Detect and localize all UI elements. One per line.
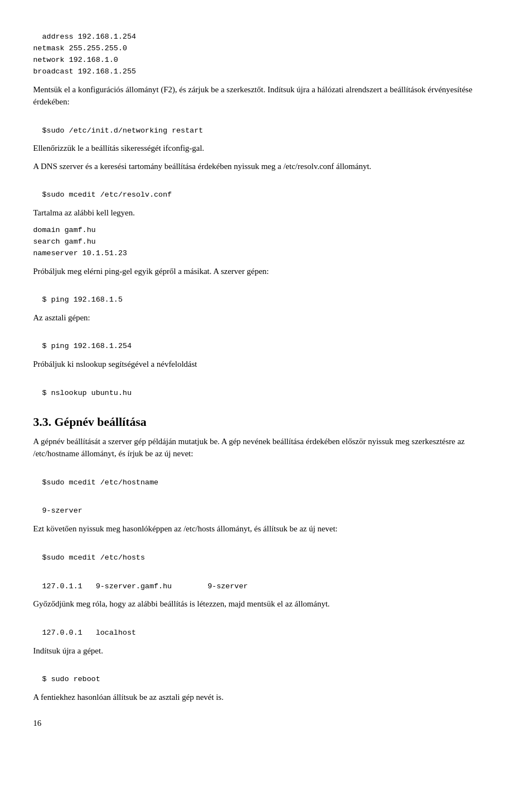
para-hosts-intro: Ezt követően nyissuk meg hasonlóképpen a… <box>33 523 497 535</box>
section-heading-33: 3.3. Gépnév beállítása <box>33 413 497 431</box>
address-line: address 192.168.1.254 <box>42 33 136 41</box>
network-line: network 192.168.1.0 <box>33 56 118 64</box>
page-number: 16 <box>33 717 497 730</box>
cmd-networking-restart: $sudo /etc/init.d/networking restart <box>33 114 497 137</box>
cmd-reboot: $ sudo reboot <box>33 662 497 686</box>
cmd-nslookup: $ nslookup ubuntu.hu <box>33 376 497 399</box>
para-reboot-intro: Indítsuk újra a gépet. <box>33 645 497 657</box>
para-check-ifconfig: Ellenőrizzük le a beállítás sikerességét… <box>33 142 497 155</box>
para-desktop-hostname: A fentiekhez hasonlóan állítsuk be az as… <box>33 691 497 704</box>
hosts-line-block: 127.0.1.1 9-szerver.gamf.hu 9-szerver <box>33 570 497 593</box>
localhost-line-block: 127.0.0.1 localhost <box>33 616 497 639</box>
para-content-should-be: Tartalma az alábbi kell legyen. <box>33 207 497 219</box>
para-localhost-check: Győződjünk meg róla, hogy az alábbi beál… <box>33 598 497 610</box>
para-save-config: Mentsük el a konfigurációs állományt (F2… <box>33 83 497 108</box>
broadcast-line: broadcast 192.168.1.255 <box>33 67 136 76</box>
hostname-value-block: 9-szerver <box>33 494 497 517</box>
para-desktop-machine: Az asztali gépen: <box>33 312 497 324</box>
netmask-line: netmask 255.255.255.0 <box>33 44 127 52</box>
cmd-ping-server: $ ping 192.168.1.5 <box>33 283 497 306</box>
cmd-ping-desktop: $ ping 192.168.1.254 <box>33 329 497 352</box>
para-dns-intro: A DNS szerver és a keresési tartomány be… <box>33 160 497 173</box>
cmd-mcedit-hostname: $sudo mcedit /etc/hostname <box>33 466 497 489</box>
top-code-block: address 192.168.1.254 netmask 255.255.25… <box>33 20 497 78</box>
cmd-mcedit-hosts: $sudo mcedit /etc/hosts <box>33 541 497 564</box>
dns-config-block: domain gamf.hu search gamf.hu nameserver… <box>33 225 497 260</box>
cmd-mcedit-resolv: $sudo mcedit /etc/resolv.conf <box>33 178 497 201</box>
para-ping-intro: Próbáljuk meg elérni ping-gel egyik gépr… <box>33 265 497 278</box>
para-nslookup-intro: Próbáljuk ki nslookup segítségével a név… <box>33 358 497 371</box>
para-hostname-intro: A gépnév beállítását a szerver gép példá… <box>33 435 497 460</box>
